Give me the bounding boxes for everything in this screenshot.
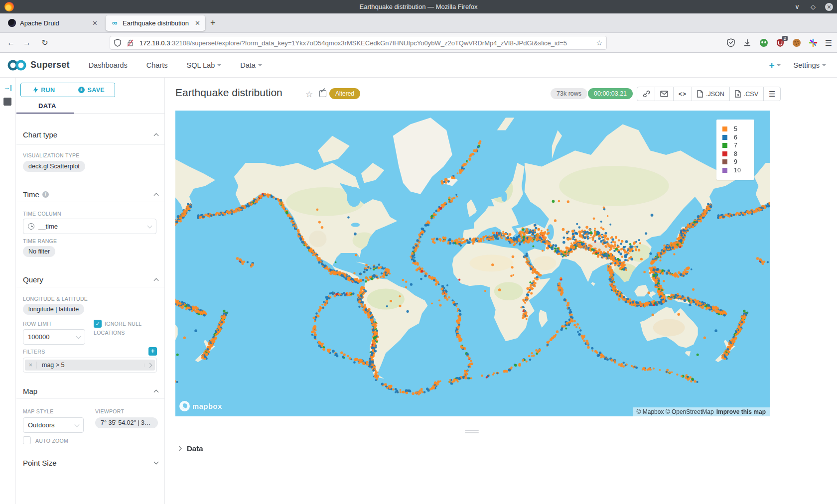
legend-item[interactable]: 7 [722, 141, 748, 150]
bookmark-star-icon[interactable]: ☆ [596, 39, 602, 47]
embed-code-button[interactable]: <> [673, 87, 692, 101]
legend-swatch-icon [722, 159, 727, 164]
legend-swatch-icon [722, 135, 727, 140]
nav-data[interactable]: Data [240, 61, 262, 69]
legend-label: 9 [734, 158, 737, 165]
ignore-null-checkbox[interactable]: ✓ [94, 320, 102, 328]
ublock-icon[interactable]: 2 [776, 38, 785, 47]
legend-label: 7 [734, 142, 737, 149]
legend-item[interactable]: 5 [722, 125, 748, 133]
export-button-group: <> .JSON .CSV ☰ [637, 87, 781, 101]
collapse-panel-icon[interactable]: →| [3, 84, 12, 91]
left-rail: →| [0, 78, 16, 504]
cookie-extension-icon[interactable] [792, 38, 801, 47]
window-minimize-icon[interactable]: ∨ [793, 3, 801, 10]
legend-item[interactable]: 8 [722, 150, 748, 158]
add-filter-button[interactable]: + [148, 347, 157, 356]
section-time[interactable]: Timei [23, 187, 158, 202]
edit-title-icon[interactable] [319, 90, 326, 97]
tab-apache-druid[interactable]: Apache Druid ✕ [3, 15, 103, 31]
remove-filter-icon[interactable]: × [25, 362, 37, 369]
chevron-up-icon [154, 193, 159, 198]
control-panel: RUN + SAVE DATA Chart type VISUALIZATION… [16, 78, 164, 504]
auto-zoom-label: AUTO ZOOM [35, 438, 68, 444]
legend-swatch-icon [722, 151, 727, 156]
improve-map-link[interactable]: Improve this map [716, 408, 766, 415]
ignore-null-label: IGNORE NULL [105, 321, 141, 327]
section-point-size[interactable]: Point Size [23, 455, 158, 470]
nav-charts[interactable]: Charts [146, 61, 168, 69]
link-icon [642, 90, 650, 98]
tab-close-icon[interactable]: ✕ [195, 19, 200, 27]
export-json-button[interactable]: .JSON [692, 87, 729, 101]
insecure-lock-icon[interactable] [127, 39, 134, 47]
section-query[interactable]: Query [23, 272, 158, 287]
tracking-shield-icon[interactable] [114, 39, 121, 47]
clock-icon [28, 223, 34, 230]
export-csv-button[interactable]: .CSV [729, 87, 763, 101]
data-results-panel: Data [165, 440, 837, 504]
section-map[interactable]: Map [23, 383, 158, 398]
browser-toolbar: ← → ↻ 172.18.0.3:32108/superset/explore/… [0, 33, 837, 53]
map-attribution: © Mapbox © OpenStreetMap Improve this ma… [633, 407, 770, 416]
viz-type-label: VISUALIZATION TYPE [23, 152, 80, 158]
deckgl-scatter-map[interactable] [175, 111, 770, 416]
lonlat-value[interactable]: longitude | latitude [23, 304, 84, 315]
section-chart-type[interactable]: Chart type [23, 127, 158, 142]
filter-chip[interactable]: × mag > 5 [25, 360, 155, 371]
add-new-button[interactable]: + [769, 60, 780, 71]
mapbox-logo[interactable]: mapbox [179, 401, 222, 411]
tab-close-icon[interactable]: ✕ [92, 19, 98, 27]
chevron-down-icon [75, 422, 80, 427]
legend-item[interactable]: 10 [722, 166, 748, 175]
viewport-value[interactable]: 7° 35' 54.02" | 31... [95, 417, 158, 428]
time-column-label: TIME COLUMN [23, 211, 61, 217]
map-legend: 5678910 [716, 120, 754, 180]
forward-icon[interactable]: → [20, 38, 34, 47]
map-style-label: MAP STYLE [23, 408, 53, 414]
reload-icon[interactable]: ↻ [38, 38, 52, 47]
back-icon[interactable]: ← [4, 38, 18, 47]
lightning-icon [33, 87, 38, 93]
panel-tab-data[interactable]: DATA [16, 100, 164, 114]
data-panel-toggle[interactable]: Data [177, 444, 203, 453]
email-button[interactable] [655, 87, 673, 101]
envelope-icon [660, 91, 668, 97]
nav-sql-lab[interactable]: SQL Lab [187, 61, 222, 69]
chevron-down-icon [777, 64, 781, 66]
chevron-right-icon [177, 446, 182, 451]
window-maximize-icon[interactable]: ◇ [809, 3, 817, 10]
url-bar[interactable]: 172.18.0.3:32108/superset/explore/?form_… [110, 36, 607, 50]
auto-zoom-checkbox[interactable] [23, 436, 31, 444]
share-link-button[interactable] [637, 87, 655, 101]
row-limit-select[interactable]: 100000 [23, 329, 85, 345]
map-container[interactable]: 5678910 mapbox © Mapbox © OpenStreetMap … [175, 111, 770, 416]
settings-menu[interactable]: Settings [794, 61, 826, 69]
downloads-icon[interactable] [743, 38, 752, 47]
app-navbar: Superset Dashboards Charts SQL Lab Data … [0, 53, 837, 78]
superset-logo[interactable]: Superset [7, 59, 70, 71]
window-close-icon[interactable]: ✕ [825, 3, 833, 11]
time-range-value[interactable]: No filter [23, 246, 55, 257]
pinwheel-extension-icon[interactable] [809, 38, 818, 47]
chevron-up-icon [154, 278, 159, 283]
panel-resize-handle[interactable] [465, 430, 479, 434]
pocket-shield-icon[interactable] [726, 38, 735, 47]
dataset-grid-icon[interactable] [3, 98, 11, 106]
chart-menu-button[interactable]: ☰ [763, 87, 780, 101]
chevron-right-icon[interactable] [144, 364, 155, 367]
map-style-select[interactable]: Outdoors [23, 417, 84, 433]
legend-item[interactable]: 9 [722, 158, 748, 166]
run-button[interactable]: RUN [21, 83, 68, 97]
legend-item[interactable]: 6 [722, 133, 748, 142]
tab-earthquake-distribution[interactable]: ∞ Earthquake distribution ✕ [106, 15, 205, 31]
menu-icon[interactable]: ☰ [825, 38, 832, 48]
time-column-select[interactable]: __time [23, 219, 156, 234]
favorite-star-icon[interactable]: ☆ [305, 89, 313, 100]
viz-type-value[interactable]: deck.gl Scatterplot [23, 161, 85, 172]
chart-title: Earthquake distribution [175, 87, 282, 99]
new-tab-button[interactable]: + [210, 18, 216, 28]
privacy-extension-icon[interactable] [759, 38, 768, 47]
nav-dashboards[interactable]: Dashboards [89, 61, 128, 69]
save-button[interactable]: + SAVE [68, 83, 115, 97]
